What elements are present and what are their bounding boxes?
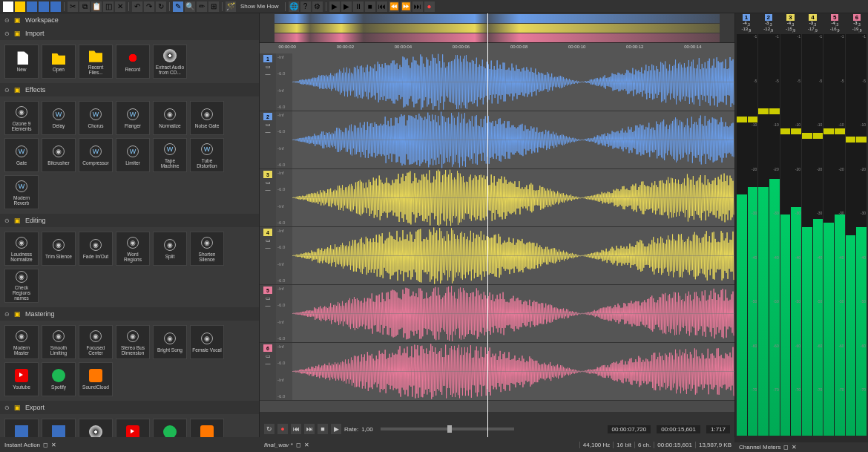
close-icon[interactable]: ✕: [792, 444, 797, 451]
tool-new[interactable]: New: [4, 45, 39, 79]
play-button[interactable]: ▶: [331, 424, 341, 434]
track-header[interactable]: 2 ▭ —: [260, 111, 276, 168]
pin-icon[interactable]: ◻: [43, 442, 48, 448]
tool-loudness-normalize[interactable]: ◉Loudness Normalize: [4, 232, 39, 266]
go-start-button[interactable]: ⏮: [291, 424, 301, 434]
loop-button[interactable]: ↻: [264, 424, 274, 434]
pause-button[interactable]: ⏸: [353, 1, 364, 12]
forward-button[interactable]: ⏩: [401, 1, 411, 12]
repeat-button[interactable]: ↻: [156, 1, 166, 12]
tool-trim-silence[interactable]: ◉Trim Silence: [42, 232, 76, 266]
new-file-button[interactable]: [3, 1, 13, 12]
tool-compressor[interactable]: WCompressor: [79, 138, 113, 172]
copy-button[interactable]: ⧉: [79, 1, 90, 12]
overview-panel[interactable]: [260, 13, 734, 43]
tool-limiter[interactable]: WLimiter: [116, 138, 150, 172]
close-icon[interactable]: ✕: [51, 442, 56, 448]
tool-bitcrusher[interactable]: ◉Bitcrusher: [42, 138, 76, 172]
tool-check-regions-names[interactable]: ◉Check Regions names: [4, 269, 39, 303]
tool-edit-button[interactable]: ✎: [173, 1, 183, 12]
close-icon[interactable]: ✕: [304, 442, 309, 448]
tool-normalize[interactable]: ◉Normalize: [153, 101, 187, 135]
redo-button[interactable]: ↷: [144, 1, 154, 12]
tool-event-button[interactable]: ⊞: [208, 1, 219, 12]
tool-flanger[interactable]: WFlanger: [116, 101, 150, 135]
tool-soundcloud[interactable]: SoundCloud: [79, 362, 113, 396]
rewind-button[interactable]: ⏪: [389, 1, 399, 12]
track-waveform[interactable]: [292, 111, 734, 168]
go-end-button[interactable]: ⏭: [412, 1, 423, 12]
tool-split[interactable]: ◉Split: [153, 232, 187, 266]
save-all-button[interactable]: [50, 1, 61, 12]
tool-shorten-silence[interactable]: ◉Shorten Silence: [190, 232, 224, 266]
tool-gate[interactable]: WGate: [4, 138, 39, 172]
cut-button[interactable]: ✂: [68, 1, 78, 12]
track-minimize-icon[interactable]: ▭: [266, 238, 271, 243]
tool-ozone-9-elements[interactable]: ◉Ozone 9 Elements: [4, 101, 39, 135]
tool-delay[interactable]: WDelay: [42, 101, 76, 135]
track-header[interactable]: 5 ▭ —: [260, 285, 276, 342]
section-header-effects[interactable]: ⊙▣Effects: [0, 83, 259, 96]
show-me-how-icon[interactable]: 🪄: [226, 1, 236, 12]
track-minimize-icon[interactable]: ▭: [266, 122, 271, 128]
tool-modern-reverb[interactable]: WModern Reverb: [4, 175, 39, 209]
section-header-import[interactable]: ⊙▣Import: [0, 27, 259, 40]
help-button[interactable]: ?: [300, 1, 311, 12]
track-header[interactable]: 3 ▭ —: [260, 169, 276, 226]
save-as-button[interactable]: [39, 1, 49, 12]
track-settings-icon[interactable]: —: [266, 245, 271, 250]
section-header-mastering[interactable]: ⊙▣Mastering: [0, 307, 259, 321]
track-settings-icon[interactable]: —: [266, 129, 271, 134]
track-minimize-icon[interactable]: ▭: [266, 295, 271, 301]
settings-button[interactable]: ⚙: [312, 1, 323, 12]
track-header[interactable]: 6 ▭ —: [260, 343, 276, 400]
play-all-button[interactable]: ▶: [341, 1, 352, 12]
tool-word-regions[interactable]: ◉Word Regions: [116, 232, 150, 266]
track-settings-icon[interactable]: —: [266, 303, 271, 308]
tool-record[interactable]: Record: [116, 45, 150, 79]
tool-pencil-button[interactable]: ✏: [197, 1, 207, 12]
globe-button[interactable]: 🌐: [289, 1, 299, 12]
play-button[interactable]: ▶: [329, 1, 340, 12]
tool-modern-master[interactable]: ◉Modern Master: [4, 325, 39, 359]
tool-burn-cd-[interactable]: Burn CD...: [79, 419, 113, 437]
record-button[interactable]: ●: [277, 424, 288, 434]
stop-button[interactable]: ■: [318, 424, 328, 434]
track-settings-icon[interactable]: —: [266, 361, 271, 366]
track-minimize-icon[interactable]: ▭: [266, 353, 271, 359]
tool-youtube[interactable]: Youtube: [4, 362, 39, 396]
tool-tube-distortion[interactable]: WTube Distortion: [190, 138, 224, 172]
tool-save[interactable]: Save: [4, 419, 39, 437]
rate-slider[interactable]: [381, 428, 514, 430]
delete-button[interactable]: ✕: [115, 1, 125, 12]
horizontal-scrollbar[interactable]: [260, 412, 734, 421]
mix-button[interactable]: ◫: [103, 1, 114, 12]
track-waveform[interactable]: [292, 227, 734, 284]
tool-focused-center[interactable]: ◉Focused Center: [79, 325, 113, 359]
tool-fade-in-out[interactable]: ◉Fade In/Out: [79, 232, 113, 266]
paste-button[interactable]: 📋: [91, 1, 102, 12]
tool-tape-machine[interactable]: WTape Machine: [153, 138, 187, 172]
tool-bright-song[interactable]: ◉Bright Song: [153, 325, 187, 359]
tool-stereo-bus-dimension[interactable]: ◉Stereo Bus Dimension: [116, 325, 150, 359]
tool-noise-gate[interactable]: ◉Noise Gate: [190, 101, 224, 135]
track-header[interactable]: 4 ▭ —: [260, 227, 276, 284]
tool-open[interactable]: Open: [42, 45, 76, 79]
pin-icon[interactable]: ◻: [296, 442, 301, 448]
show-me-how-label[interactable]: Show Me How: [237, 3, 282, 10]
record-button[interactable]: ●: [424, 1, 435, 12]
undo-button[interactable]: ↶: [132, 1, 142, 12]
section-header-editing[interactable]: ⊙▣Editing: [0, 214, 259, 227]
filename-tab[interactable]: final_wav *: [264, 442, 293, 448]
tool-extract-audio-from-cd-[interactable]: Extract Audio from CD...: [153, 45, 187, 79]
tool-soundcloud[interactable]: SoundCloud: [190, 419, 224, 437]
open-button[interactable]: [15, 1, 25, 12]
track-header[interactable]: 1 ▭ —: [260, 53, 276, 111]
track-waveform[interactable]: [292, 53, 734, 111]
tool-youtube[interactable]: Youtube: [116, 419, 150, 437]
tool-chorus[interactable]: WChorus: [79, 101, 113, 135]
pin-icon[interactable]: ◻: [783, 444, 789, 451]
tool-magnify-button[interactable]: 🔍: [185, 1, 195, 12]
tool-spotify[interactable]: Spotify: [153, 419, 187, 437]
tool-spotify[interactable]: Spotify: [42, 362, 76, 396]
